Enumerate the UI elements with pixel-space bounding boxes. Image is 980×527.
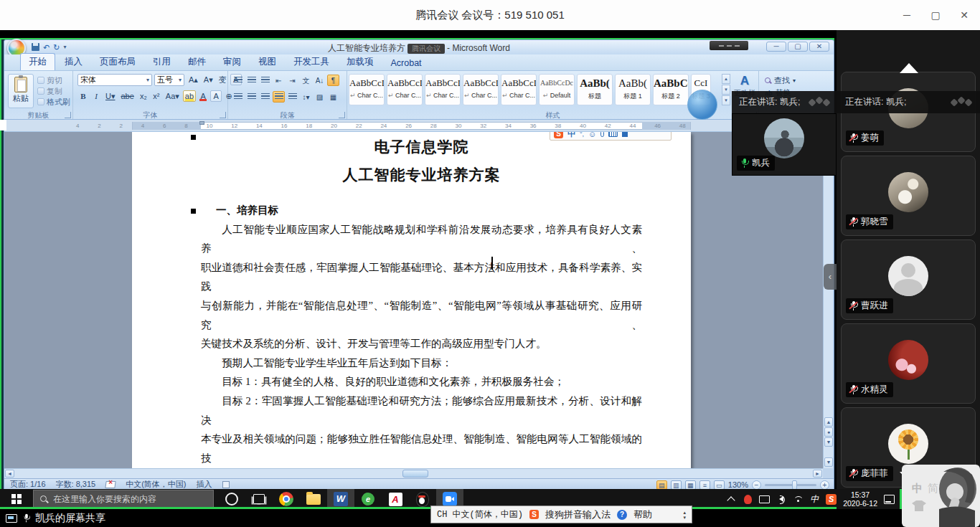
- ribbon-tab[interactable]: 插入: [57, 54, 90, 70]
- cortana-icon[interactable]: [218, 489, 245, 509]
- taskbar-search-input[interactable]: 在这里输入你要搜索的内容: [33, 490, 214, 508]
- language-mode[interactable]: CH 中文(简体，中国): [437, 508, 523, 521]
- pinyin-guide-icon[interactable]: 变: [217, 74, 229, 85]
- change-case-icon[interactable]: Aa▾: [164, 90, 182, 102]
- print-layout-view-icon[interactable]: ▤: [656, 480, 667, 490]
- find-button[interactable]: 查找▾: [765, 75, 796, 86]
- word-restore-button[interactable]: ▢: [788, 42, 808, 52]
- meeting-mini-toolbar[interactable]: [710, 41, 748, 50]
- vertical-scrollbar[interactable]: ▲ ▲ ● ▼ ▼: [823, 132, 833, 468]
- justify-icon[interactable]: [273, 91, 285, 103]
- increase-indent-icon[interactable]: ⇥: [286, 75, 298, 86]
- style-card[interactable]: AaBbCcD ↵ Char C...: [425, 74, 461, 105]
- speaker-video-tile[interactable]: 凯兵: [732, 113, 837, 176]
- ribbon-tab[interactable]: 审阅: [215, 54, 249, 70]
- participant-tile[interactable]: 郭晓雪: [841, 156, 976, 236]
- previous-page-icon[interactable]: ▲: [824, 417, 833, 427]
- align-right-icon[interactable]: [259, 91, 271, 103]
- document-page[interactable]: 电子信息学院人工智能专业培养方案一、培养目标人工智能专业顺应国家人工智能战略规划…: [132, 132, 691, 468]
- macro-record-icon[interactable]: [222, 481, 230, 488]
- tray-expand-icon[interactable]: [726, 489, 736, 509]
- zoom-slider-thumb[interactable]: [792, 480, 797, 490]
- font-dialog-launcher[interactable]: [220, 112, 226, 118]
- participant-tile[interactable]: 曹跃进: [841, 239, 976, 320]
- paragraph-dialog-launcher[interactable]: [339, 112, 345, 118]
- decrease-indent-icon[interactable]: ⇤: [273, 75, 285, 86]
- language-indicator[interactable]: 中文(简体，中国): [126, 479, 186, 490]
- ime-voice-icon[interactable]: [600, 132, 604, 137]
- multilevel-list-icon[interactable]: [259, 75, 271, 86]
- format-painter-button[interactable]: 格式刷: [37, 97, 73, 107]
- underline-icon[interactable]: U▾: [103, 90, 117, 102]
- scroll-down-icon[interactable]: ▼: [824, 457, 833, 467]
- bullets-icon[interactable]: [232, 75, 244, 86]
- ime-keyboard-icon[interactable]: [608, 132, 618, 137]
- page-indicator[interactable]: 页面: 1/16: [10, 479, 46, 490]
- style-card[interactable]: AaBbCcD ↵ Char C...: [463, 74, 499, 105]
- next-page-icon[interactable]: ▼: [824, 437, 833, 447]
- horizontal-scroll-thumb[interactable]: [402, 470, 428, 478]
- superscript-icon[interactable]: x²: [151, 90, 162, 102]
- help-icon[interactable]: ?: [617, 510, 627, 520]
- paste-button[interactable]: 粘贴: [8, 74, 34, 108]
- sort-icon[interactable]: A↓: [314, 75, 326, 86]
- ribbon-tab[interactable]: 页面布局: [92, 54, 143, 70]
- word-minimize-button[interactable]: ─: [766, 42, 786, 52]
- strikethrough-icon[interactable]: abe: [118, 90, 136, 102]
- sogou-ime-toolbar[interactable]: 中 °, ☺: [550, 132, 672, 141]
- ribbon-tab[interactable]: Acrobat: [383, 56, 430, 70]
- scroll-left-icon[interactable]: ◄: [5, 470, 14, 478]
- style-card[interactable]: AaBbCcD ↵ Char C...: [349, 74, 385, 105]
- task-view-icon[interactable]: [245, 489, 273, 509]
- zoom-out-icon[interactable]: −: [752, 480, 761, 490]
- word-close-button[interactable]: ✕: [809, 42, 829, 52]
- zoom-in-icon[interactable]: +: [820, 480, 829, 490]
- style-card[interactable]: AaBbCcDc ↵ Default: [539, 74, 575, 105]
- shading-icon[interactable]: ▨: [314, 91, 326, 103]
- character-shading-icon[interactable]: A: [210, 90, 222, 102]
- speaker-video-window[interactable]: 正在讲话: 凯兵; 凯兵: [732, 91, 837, 176]
- borders-icon[interactable]: ▦: [327, 91, 339, 103]
- browse-object-icon[interactable]: ●: [824, 427, 833, 437]
- minimize-button[interactable]: ─: [892, 0, 921, 30]
- ime-zh-icon[interactable]: 中: [809, 489, 819, 509]
- taskbar-clock[interactable]: 15:37 2020-6-12: [843, 490, 877, 508]
- word-icon[interactable]: [327, 489, 354, 509]
- align-center-icon[interactable]: [245, 91, 258, 103]
- ribbon-tab[interactable]: 视图: [250, 54, 284, 70]
- ribbon-tab[interactable]: 邮件: [180, 54, 214, 70]
- ime-emoticon-icon[interactable]: ☺: [588, 132, 596, 138]
- participant-tile[interactable]: 水精灵: [841, 323, 976, 404]
- styles-scroll-down-icon[interactable]: ▼: [722, 85, 730, 95]
- italic-icon[interactable]: I: [90, 90, 102, 102]
- wifi-icon[interactable]: [793, 489, 803, 509]
- sogou-logo-icon[interactable]: [554, 132, 563, 138]
- draft-view-icon[interactable]: ▭: [714, 480, 725, 490]
- numbering-icon[interactable]: [245, 75, 258, 86]
- spellcheck-icon[interactable]: [105, 480, 116, 488]
- sogou-tray-icon[interactable]: [826, 489, 837, 509]
- start-button[interactable]: [0, 489, 33, 509]
- highlight-color-icon[interactable]: ab: [183, 90, 196, 102]
- language-bar-options-icon[interactable]: ▴▾: [683, 510, 686, 520]
- font-size-select[interactable]: 五号▾: [154, 74, 184, 86]
- distribute-icon[interactable]: [286, 91, 298, 103]
- file-explorer-icon[interactable]: [300, 489, 327, 509]
- bold-icon[interactable]: B: [77, 90, 89, 102]
- subscript-icon[interactable]: x₂: [138, 90, 149, 102]
- action-center-icon[interactable]: [884, 489, 895, 509]
- ime-name[interactable]: 搜狗拼音输入法: [545, 508, 611, 521]
- styles-more-icon[interactable]: ▼: [722, 95, 730, 105]
- sidebar-collapse-handle[interactable]: ‹: [824, 264, 837, 290]
- zoom-level[interactable]: 130%: [728, 480, 748, 489]
- sogou-logo-icon[interactable]: [529, 510, 539, 519]
- word-count[interactable]: 字数: 8,315: [56, 479, 96, 490]
- line-spacing-icon[interactable]: ↕▾: [300, 91, 312, 103]
- grow-font-icon[interactable]: A▴: [187, 74, 200, 85]
- maximize-button[interactable]: ▢: [921, 0, 950, 30]
- outline-view-icon[interactable]: ≡: [699, 480, 710, 490]
- style-card[interactable]: AaBb( 标题: [577, 74, 613, 105]
- chrome-icon[interactable]: [273, 489, 300, 509]
- windows-language-bar[interactable]: CH 中文(简体，中国) 搜狗拼音输入法 ? 帮助 ▴▾: [430, 505, 692, 523]
- horizontal-ruler[interactable]: 4224681012141618202224262830323436384042…: [4, 120, 834, 132]
